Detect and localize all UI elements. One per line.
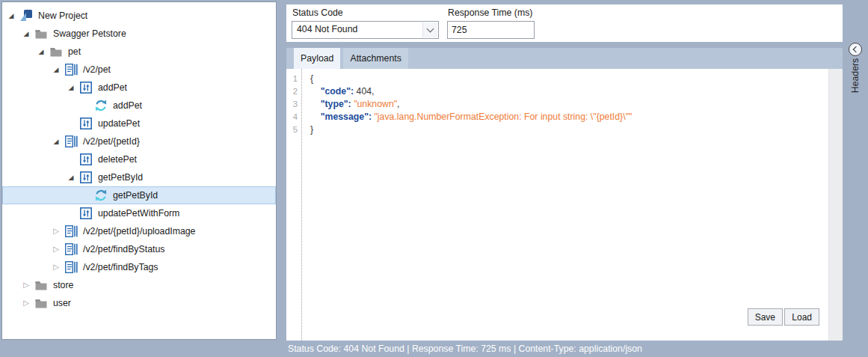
expander-expanded-icon[interactable]: ◢ (50, 132, 62, 150)
tree-item-label: user (53, 298, 71, 308)
tree-item[interactable]: addPet (2, 97, 276, 115)
tree-item-label: /v2/pet/{petId}/uploadImage (83, 226, 195, 237)
expander-collapsed-icon[interactable]: ▷ (20, 276, 32, 294)
tree-item[interactable]: deletePet (2, 150, 276, 168)
path-icon (64, 225, 78, 238)
status-code-selected-value: 404 Not Found (297, 24, 357, 34)
tree-item[interactable]: updatePetWithForm (2, 204, 276, 222)
tab-attachments[interactable]: Attachments (343, 48, 407, 69)
token-plain (310, 86, 321, 97)
expander-collapsed-icon[interactable]: ▷ (50, 240, 62, 258)
tree-item[interactable]: ◢Swagger Petstore (2, 25, 276, 43)
status-code-label: Status Code (292, 7, 343, 18)
method-icon (79, 81, 93, 94)
response-icon (94, 189, 108, 202)
vertical-scrollbar[interactable] (828, 69, 843, 341)
gutter-separator (301, 69, 302, 341)
tree-item-label: getPetById (98, 172, 143, 183)
project-icon (19, 9, 33, 22)
tree-item-label: /v2/pet (83, 64, 111, 75)
tree-item-label: pet (68, 46, 81, 57)
tree-item[interactable]: ▷/v2/pet/{petId}/uploadImage (2, 222, 276, 240)
response-icon (94, 99, 108, 112)
chevron-down-icon (427, 25, 434, 33)
tree-item[interactable]: getPetById (2, 186, 276, 204)
path-icon (64, 242, 78, 256)
tree-item[interactable]: ▷store (2, 276, 276, 294)
expander-collapsed-icon[interactable]: ▷ (50, 222, 62, 240)
tree-item-label: store (53, 280, 73, 290)
tree-item[interactable]: ◢addPet (2, 79, 276, 97)
dropdown-arrow[interactable] (422, 22, 437, 37)
tree-item-label: deletePet (98, 154, 137, 165)
expander-expanded-icon[interactable]: ◢ (50, 61, 62, 79)
folder-icon (34, 296, 48, 310)
tree-item-label: New Project (38, 10, 87, 21)
token-plain: } (310, 124, 313, 135)
line-number: 3 (286, 100, 301, 109)
response-time-input[interactable] (447, 21, 535, 39)
expander-expanded-icon[interactable]: ◢ (65, 79, 77, 97)
token-plain (310, 112, 321, 122)
tree-item-label: getPetById (113, 190, 158, 201)
token-key: "message": (321, 112, 372, 122)
code-line: 3 "type": "unknown", (286, 97, 843, 110)
code-line: 5} (286, 123, 843, 135)
payload-code: 1{2 "code": 404,3 "type": "unknown",4 "m… (286, 69, 843, 135)
expander-collapsed-icon[interactable]: ▷ (50, 258, 62, 276)
tree-item-label: /v2/pet/findByStatus (83, 244, 164, 254)
status-code-select[interactable]: 404 Not Found (292, 21, 439, 39)
expander-expanded-icon[interactable]: ◢ (65, 168, 77, 186)
line-number: 4 (286, 112, 301, 121)
save-button[interactable]: Save (748, 308, 783, 326)
expand-headers-button[interactable] (849, 43, 862, 56)
method-icon (79, 207, 93, 220)
expander-collapsed-icon[interactable]: ▷ (20, 294, 32, 312)
status-bar-text: Status Code: 404 Not Found | Response Ti… (288, 344, 642, 354)
token-plain: , (372, 86, 374, 97)
tree-item[interactable]: ▷/v2/pet/findByTags (2, 258, 276, 276)
tree-item[interactable]: ▷/v2/pet/findByStatus (2, 240, 276, 258)
tree-item[interactable]: ◢/v2/pet (2, 61, 276, 79)
tree-item[interactable]: ◢New Project (2, 7, 276, 25)
tree-item-label: addPet (113, 100, 142, 111)
response-header: Status Code Response Time (ms) 404 Not F… (286, 4, 843, 42)
code-line: 4 "message": "java.lang.NumberFormatExce… (286, 110, 843, 123)
tree-item[interactable]: ◢pet (2, 43, 276, 61)
tab-payload[interactable]: Payload (294, 48, 340, 69)
panel-splitter[interactable] (277, 1, 286, 341)
path-icon (64, 135, 78, 148)
method-icon (79, 171, 93, 184)
tree-item-label: updatePet (98, 118, 140, 129)
mock-tree-panel: ◢New Project◢Swagger Petstore◢pet◢/v2/pe… (1, 1, 277, 340)
tree-item[interactable]: ◢/v2/pet/{petId} (2, 132, 276, 150)
chevron-left-icon (853, 46, 859, 52)
tree-item-label: Swagger Petstore (53, 28, 126, 39)
token-value: 404 (357, 86, 372, 97)
load-button[interactable]: Load (784, 308, 819, 326)
expander-expanded-icon[interactable]: ◢ (35, 43, 47, 61)
tree-item[interactable]: updatePet (2, 115, 276, 132)
headers-panel-tab[interactable]: Headers (843, 0, 868, 341)
tree-item[interactable]: ◢getPetById (2, 168, 276, 186)
token-plain: { (310, 73, 313, 84)
path-icon (64, 63, 78, 76)
line-number: 2 (286, 87, 301, 96)
tree: ◢New Project◢Swagger Petstore◢pet◢/v2/pe… (2, 7, 276, 312)
token-string: "java.lang.NumberFormatException: For in… (375, 112, 632, 122)
expander-expanded-icon[interactable]: ◢ (5, 7, 17, 25)
status-bar: Status Code: 404 Not Found | Response Ti… (0, 341, 868, 357)
folder-icon (34, 278, 48, 292)
tree-item-label: /v2/pet/findByTags (83, 262, 158, 272)
tree-item-label: /v2/pet/{petId} (83, 136, 140, 147)
headers-panel-label: Headers (850, 58, 861, 93)
folder-icon (34, 27, 48, 40)
expander-expanded-icon[interactable]: ◢ (20, 25, 32, 43)
tree-item-label: updatePetWithForm (98, 208, 179, 219)
line-number: 5 (286, 125, 301, 134)
method-icon (79, 153, 93, 166)
payload-editor[interactable]: 1{2 "code": 404,3 "type": "unknown",4 "m… (286, 69, 843, 341)
app-window: ◢New Project◢Swagger Petstore◢pet◢/v2/pe… (0, 0, 868, 357)
token-key: "code": (321, 86, 354, 97)
tree-item[interactable]: ▷user (2, 294, 276, 312)
